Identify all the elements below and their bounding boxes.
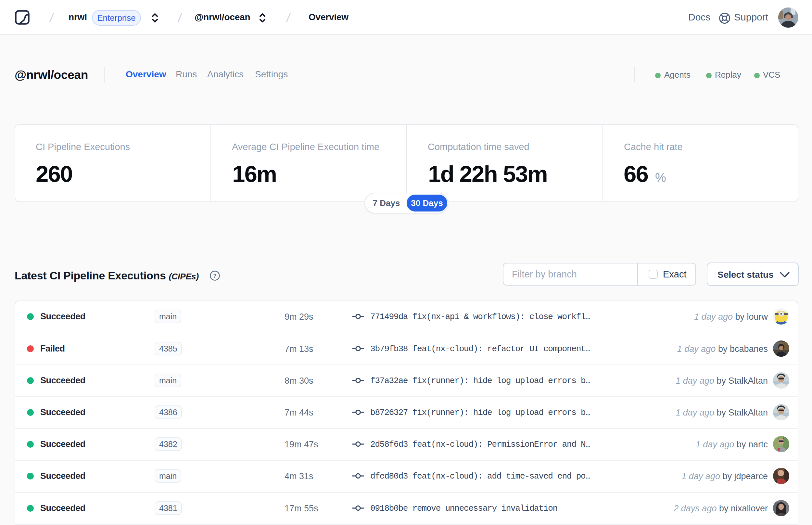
svg-text:?: ? xyxy=(213,273,216,279)
